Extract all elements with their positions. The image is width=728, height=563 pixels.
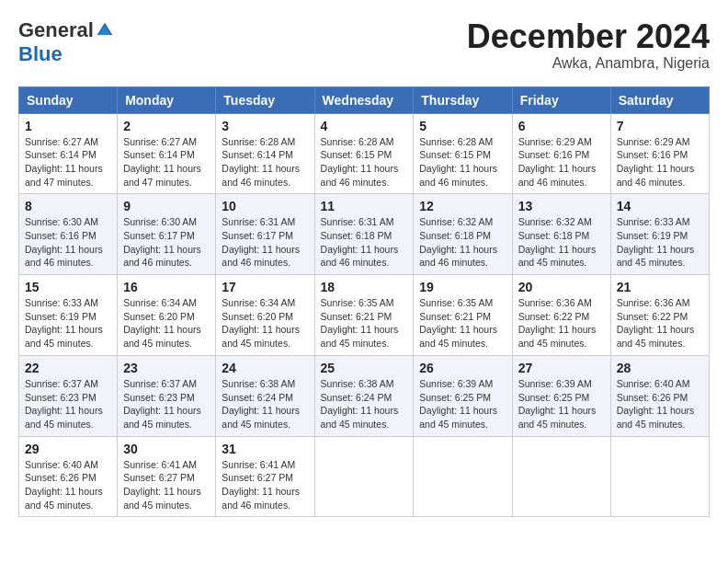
calendar-header-row: SundayMondayTuesdayWednesdayThursdayFrid… (19, 86, 710, 113)
calendar-cell: 12 Sunrise: 6:32 AMSunset: 6:18 PMDaylig… (414, 194, 512, 275)
day-number: 4 (321, 119, 408, 133)
calendar-cell: 30 Sunrise: 6:41 AMSunset: 6:27 PMDaylig… (118, 436, 216, 517)
day-info: Sunrise: 6:38 AMSunset: 6:24 PMDaylight:… (321, 378, 399, 430)
calendar-day-header: Sunday (19, 86, 118, 113)
calendar-cell: 7 Sunrise: 6:29 AMSunset: 6:16 PMDayligh… (610, 113, 709, 194)
day-info: Sunrise: 6:39 AMSunset: 6:25 PMDaylight:… (518, 378, 597, 430)
calendar-day-header: Thursday (414, 86, 512, 113)
calendar-cell: 17 Sunrise: 6:34 AMSunset: 6:20 PMDaylig… (216, 275, 314, 356)
calendar-cell: 26 Sunrise: 6:39 AMSunset: 6:25 PMDaylig… (414, 355, 512, 436)
calendar-cell: 28 Sunrise: 6:40 AMSunset: 6:26 PMDaylig… (610, 355, 709, 436)
day-info: Sunrise: 6:27 AMSunset: 6:14 PMDaylight:… (123, 136, 201, 188)
day-number: 17 (222, 280, 308, 294)
day-number: 29 (25, 442, 111, 456)
calendar-cell: 29 Sunrise: 6:40 AMSunset: 6:26 PMDaylig… (19, 436, 118, 517)
day-info: Sunrise: 6:30 AMSunset: 6:16 PMDaylight:… (25, 216, 103, 268)
day-number: 13 (518, 199, 605, 213)
calendar-cell: 23 Sunrise: 6:37 AMSunset: 6:23 PMDaylig… (118, 355, 216, 436)
day-number: 19 (419, 280, 506, 294)
day-info: Sunrise: 6:35 AMSunset: 6:21 PMDaylight:… (321, 297, 399, 349)
calendar-day-header: Tuesday (216, 86, 314, 113)
calendar-cell: 25 Sunrise: 6:38 AMSunset: 6:24 PMDaylig… (314, 355, 414, 436)
month-title: December 2024 (467, 18, 710, 55)
calendar-cell: 5 Sunrise: 6:28 AMSunset: 6:15 PMDayligh… (414, 113, 512, 194)
calendar-cell: 6 Sunrise: 6:29 AMSunset: 6:16 PMDayligh… (512, 113, 610, 194)
title-area: December 2024 Awka, Anambra, Nigeria (467, 18, 710, 72)
calendar-table: SundayMondayTuesdayWednesdayThursdayFrid… (18, 86, 710, 518)
calendar-day-header: Saturday (610, 86, 709, 113)
day-info: Sunrise: 6:32 AMSunset: 6:18 PMDaylight:… (419, 216, 497, 268)
day-number: 18 (321, 280, 408, 294)
day-number: 3 (222, 119, 308, 133)
calendar-cell: 21 Sunrise: 6:36 AMSunset: 6:22 PMDaylig… (610, 275, 709, 356)
day-number: 2 (123, 119, 210, 133)
calendar-cell: 20 Sunrise: 6:36 AMSunset: 6:22 PMDaylig… (512, 275, 610, 356)
calendar-cell: 1 Sunrise: 6:27 AMSunset: 6:14 PMDayligh… (19, 113, 118, 194)
calendar-cell: 11 Sunrise: 6:31 AMSunset: 6:18 PMDaylig… (314, 194, 414, 275)
day-info: Sunrise: 6:28 AMSunset: 6:15 PMDaylight:… (419, 136, 497, 188)
day-number: 21 (617, 280, 703, 294)
day-number: 23 (123, 361, 210, 375)
day-info: Sunrise: 6:27 AMSunset: 6:14 PMDaylight:… (25, 136, 103, 188)
day-number: 7 (617, 119, 703, 133)
calendar-day-header: Monday (118, 86, 216, 113)
day-info: Sunrise: 6:36 AMSunset: 6:22 PMDaylight:… (518, 297, 597, 349)
calendar-cell: 27 Sunrise: 6:39 AMSunset: 6:25 PMDaylig… (512, 355, 610, 436)
day-number: 28 (617, 361, 703, 375)
calendar-cell: 10 Sunrise: 6:31 AMSunset: 6:17 PMDaylig… (216, 194, 314, 275)
day-info: Sunrise: 6:28 AMSunset: 6:15 PMDaylight:… (321, 136, 399, 188)
day-number: 25 (321, 361, 408, 375)
day-number: 27 (518, 361, 605, 375)
calendar-week-row: 15 Sunrise: 6:33 AMSunset: 6:19 PMDaylig… (19, 275, 710, 356)
calendar-cell: 8 Sunrise: 6:30 AMSunset: 6:16 PMDayligh… (19, 194, 118, 275)
logo-blue-text: Blue (18, 42, 63, 66)
calendar-cell: 4 Sunrise: 6:28 AMSunset: 6:15 PMDayligh… (314, 113, 414, 194)
day-number: 9 (123, 199, 210, 213)
day-info: Sunrise: 6:36 AMSunset: 6:22 PMDaylight:… (617, 297, 695, 349)
day-number: 11 (321, 199, 408, 213)
day-info: Sunrise: 6:31 AMSunset: 6:17 PMDaylight:… (222, 216, 300, 268)
day-number: 22 (25, 361, 111, 375)
calendar-week-row: 8 Sunrise: 6:30 AMSunset: 6:16 PMDayligh… (19, 194, 710, 275)
day-info: Sunrise: 6:34 AMSunset: 6:20 PMDaylight:… (222, 297, 300, 349)
day-number: 31 (222, 442, 308, 456)
day-info: Sunrise: 6:41 AMSunset: 6:27 PMDaylight:… (123, 459, 201, 511)
day-number: 1 (25, 119, 111, 133)
day-info: Sunrise: 6:40 AMSunset: 6:26 PMDaylight:… (617, 378, 695, 430)
day-info: Sunrise: 6:33 AMSunset: 6:19 PMDaylight:… (617, 216, 695, 268)
calendar-cell: 9 Sunrise: 6:30 AMSunset: 6:17 PMDayligh… (118, 194, 216, 275)
calendar-cell: 13 Sunrise: 6:32 AMSunset: 6:18 PMDaylig… (512, 194, 610, 275)
calendar-cell (314, 436, 414, 517)
day-info: Sunrise: 6:28 AMSunset: 6:14 PMDaylight:… (222, 136, 300, 188)
day-number: 10 (222, 199, 308, 213)
day-info: Sunrise: 6:40 AMSunset: 6:26 PMDaylight:… (25, 459, 103, 511)
day-number: 8 (25, 199, 111, 213)
calendar-week-row: 1 Sunrise: 6:27 AMSunset: 6:14 PMDayligh… (19, 113, 710, 194)
day-number: 12 (419, 199, 506, 213)
day-info: Sunrise: 6:39 AMSunset: 6:25 PMDaylight:… (419, 378, 497, 430)
day-number: 6 (518, 119, 605, 133)
day-info: Sunrise: 6:29 AMSunset: 6:16 PMDaylight:… (617, 136, 695, 188)
day-number: 5 (419, 119, 506, 133)
day-number: 30 (123, 442, 210, 456)
day-number: 16 (123, 280, 210, 294)
day-info: Sunrise: 6:30 AMSunset: 6:17 PMDaylight:… (123, 216, 201, 268)
calendar-day-header: Wednesday (314, 86, 414, 113)
calendar-week-row: 22 Sunrise: 6:37 AMSunset: 6:23 PMDaylig… (19, 355, 710, 436)
logo-general-text: General (18, 18, 94, 42)
calendar-cell (414, 436, 512, 517)
day-info: Sunrise: 6:31 AMSunset: 6:18 PMDaylight:… (321, 216, 399, 268)
day-number: 26 (419, 361, 506, 375)
calendar-cell: 14 Sunrise: 6:33 AMSunset: 6:19 PMDaylig… (610, 194, 709, 275)
calendar-week-row: 29 Sunrise: 6:40 AMSunset: 6:26 PMDaylig… (19, 436, 710, 517)
calendar-cell (512, 436, 610, 517)
day-info: Sunrise: 6:37 AMSunset: 6:23 PMDaylight:… (123, 378, 201, 430)
day-info: Sunrise: 6:34 AMSunset: 6:20 PMDaylight:… (123, 297, 201, 349)
day-number: 15 (25, 280, 111, 294)
calendar-cell: 15 Sunrise: 6:33 AMSunset: 6:19 PMDaylig… (19, 275, 118, 356)
day-info: Sunrise: 6:37 AMSunset: 6:23 PMDaylight:… (25, 378, 103, 430)
location: Awka, Anambra, Nigeria (467, 55, 710, 72)
day-number: 24 (222, 361, 308, 375)
day-info: Sunrise: 6:33 AMSunset: 6:19 PMDaylight:… (25, 297, 103, 349)
calendar-cell: 31 Sunrise: 6:41 AMSunset: 6:27 PMDaylig… (216, 436, 314, 517)
